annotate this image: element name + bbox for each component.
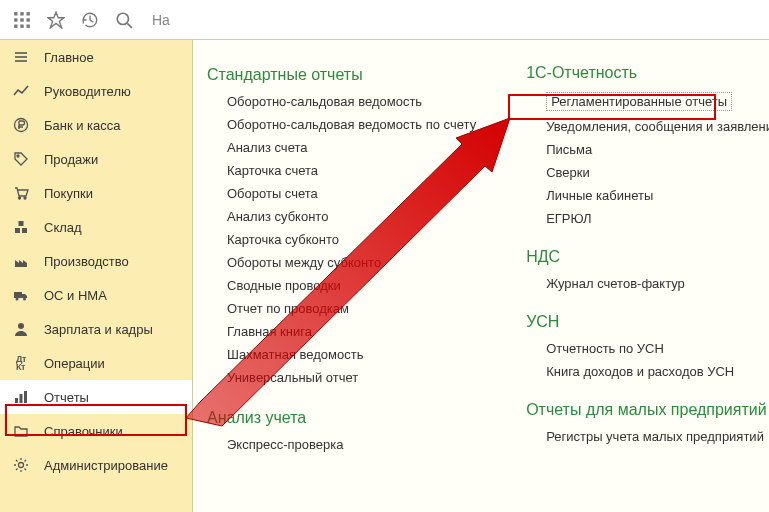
svg-rect-19 [15, 228, 20, 233]
tag-icon [12, 150, 30, 168]
gear-icon [12, 456, 30, 474]
trend-icon [12, 82, 30, 100]
sidebar-item-label: Отчеты [44, 390, 89, 405]
svg-point-18 [24, 197, 26, 199]
report-link[interactable]: ЕГРЮЛ [546, 211, 769, 226]
svg-rect-2 [27, 12, 30, 15]
svg-rect-8 [27, 24, 30, 27]
svg-rect-28 [24, 391, 27, 403]
svg-rect-4 [20, 18, 23, 21]
report-link[interactable]: Экспресс-проверка [227, 437, 476, 452]
svg-rect-21 [19, 221, 24, 226]
report-link[interactable]: Главная книга [227, 324, 476, 339]
svg-rect-1 [20, 12, 23, 15]
search-icon[interactable] [110, 6, 138, 34]
report-link[interactable]: Журнал счетов-фактур [546, 276, 769, 291]
report-link[interactable]: Отчет по проводкам [227, 301, 476, 316]
sidebar-item-admin[interactable]: Администрирование [0, 448, 192, 482]
svg-rect-7 [20, 24, 23, 27]
svg-marker-9 [48, 12, 64, 28]
group-heading: Стандартные отчеты [207, 66, 476, 84]
svg-rect-26 [15, 398, 18, 403]
sidebar-item-warehouse[interactable]: Склад [0, 210, 192, 244]
content-column-2: 1С-Отчетность Регламентированные отчеты … [526, 62, 769, 512]
sidebar-item-production[interactable]: Производство [0, 244, 192, 278]
report-link[interactable]: Уведомления, сообщения и заявления [546, 119, 769, 134]
report-link[interactable]: Отчетность по УСН [546, 341, 769, 356]
sidebar-item-manager[interactable]: Руководителю [0, 74, 192, 108]
report-link[interactable]: Оборотно-сальдовая ведомость по счету [227, 117, 476, 132]
group-heading: Отчеты для малых предприятий [526, 401, 769, 419]
svg-rect-6 [14, 24, 17, 27]
report-link[interactable]: Анализ субконто [227, 209, 476, 224]
sidebar-item-label: ОС и НМА [44, 288, 107, 303]
folder-icon [12, 422, 30, 440]
report-link[interactable]: Личные кабинеты [546, 188, 769, 203]
sidebar-item-operations[interactable]: ДтКт Операции [0, 346, 192, 380]
ruble-icon [12, 116, 30, 134]
apps-icon[interactable] [8, 6, 36, 34]
svg-point-23 [16, 298, 19, 301]
svg-rect-27 [20, 394, 23, 403]
sidebar-item-label: Руководителю [44, 84, 131, 99]
report-link[interactable]: Оборотно-сальдовая ведомость [227, 94, 476, 109]
truck-icon [12, 286, 30, 304]
menu-icon [12, 48, 30, 66]
sidebar-item-purchases[interactable]: Покупки [0, 176, 192, 210]
bar-chart-icon [12, 388, 30, 406]
sidebar-item-assets[interactable]: ОС и НМА [0, 278, 192, 312]
sidebar-item-label: Банк и касса [44, 118, 121, 133]
report-link[interactable]: Карточка субконто [227, 232, 476, 247]
svg-point-29 [19, 463, 24, 468]
report-link[interactable]: Сводные проводки [227, 278, 476, 293]
report-link-regulated[interactable]: Регламентированные отчеты [546, 92, 732, 111]
report-link[interactable]: Регистры учета малых предприятий [546, 429, 769, 444]
svg-rect-5 [27, 18, 30, 21]
dtkt-icon: ДтКт [12, 354, 30, 372]
sidebar-item-label: Продажи [44, 152, 98, 167]
content-column-1: Стандартные отчеты Оборотно-сальдовая ве… [207, 62, 476, 512]
sidebar-item-catalogs[interactable]: Справочники [0, 414, 192, 448]
star-icon[interactable] [42, 6, 70, 34]
report-link[interactable]: Шахматная ведомость [227, 347, 476, 362]
cart-icon [12, 184, 30, 202]
sidebar-item-label: Главное [44, 50, 94, 65]
sidebar-item-label: Зарплата и кадры [44, 322, 153, 337]
top-toolbar: На [0, 0, 769, 40]
sidebar-item-label: Администрирование [44, 458, 168, 473]
report-link[interactable]: Письма [546, 142, 769, 157]
svg-line-11 [127, 23, 132, 28]
sidebar-item-label: Покупки [44, 186, 93, 201]
report-link[interactable]: Анализ счета [227, 140, 476, 155]
svg-point-10 [117, 13, 128, 24]
sidebar-item-bank[interactable]: Банк и касса [0, 108, 192, 142]
sidebar: Главное Руководителю Банк и касса Продаж… [0, 40, 192, 512]
sidebar-item-reports[interactable]: Отчеты [0, 380, 192, 414]
svg-point-16 [17, 155, 19, 157]
content-area: Стандартные отчеты Оборотно-сальдовая ве… [192, 40, 769, 512]
sidebar-item-label: Справочники [44, 424, 123, 439]
sidebar-item-label: Склад [44, 220, 82, 235]
factory-icon [12, 252, 30, 270]
history-icon[interactable] [76, 6, 104, 34]
svg-point-25 [18, 323, 24, 329]
sidebar-item-label: Операции [44, 356, 105, 371]
svg-point-24 [23, 298, 26, 301]
sidebar-item-main[interactable]: Главное [0, 40, 192, 74]
report-link[interactable]: Карточка счета [227, 163, 476, 178]
report-link[interactable]: Обороты между субконто [227, 255, 476, 270]
boxes-icon [12, 218, 30, 236]
sidebar-item-salary[interactable]: Зарплата и кадры [0, 312, 192, 346]
report-link[interactable]: Книга доходов и расходов УСН [546, 364, 769, 379]
group-heading: Анализ учета [207, 409, 476, 427]
group-heading: УСН [526, 313, 769, 331]
report-link[interactable]: Обороты счета [227, 186, 476, 201]
svg-point-17 [19, 197, 21, 199]
svg-rect-0 [14, 12, 17, 15]
svg-rect-22 [14, 292, 22, 298]
report-link[interactable]: Универсальный отчет [227, 370, 476, 385]
sidebar-item-sales[interactable]: Продажи [0, 142, 192, 176]
svg-rect-20 [22, 228, 27, 233]
svg-rect-3 [14, 18, 17, 21]
report-link[interactable]: Сверки [546, 165, 769, 180]
